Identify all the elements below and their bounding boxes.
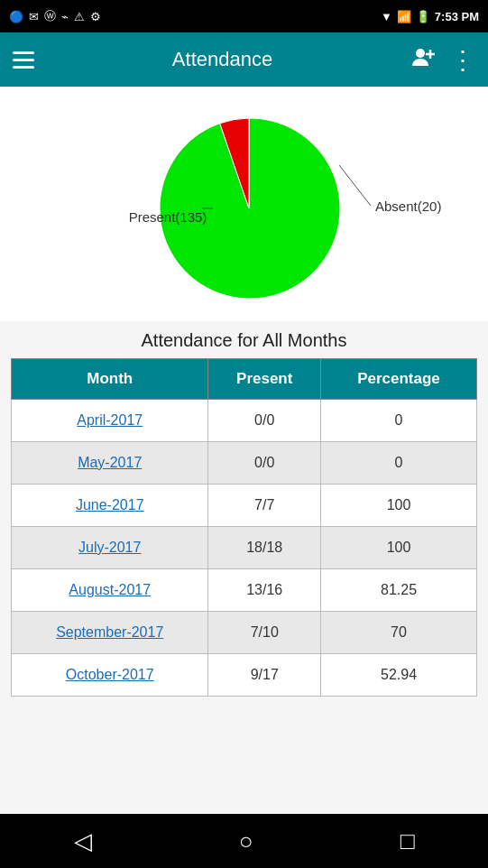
present-cell: 0/0: [208, 400, 321, 442]
month-cell[interactable]: April-2017: [12, 400, 208, 442]
month-link[interactable]: August-2017: [69, 582, 151, 597]
attendance-table-wrapper: Month Present Percentage April-20170/00M…: [0, 358, 488, 814]
icon-w: ⓦ: [44, 8, 56, 24]
svg-point-0: [416, 49, 425, 58]
month-cell[interactable]: May-2017: [12, 442, 208, 485]
table-row: August-201713/1681.25: [12, 569, 477, 612]
section-title: Attendance for All Months: [0, 321, 488, 358]
wifi-icon: ▼: [381, 10, 392, 23]
app-bar: Attendance ⋮: [0, 32, 488, 87]
month-link[interactable]: June-2017: [76, 497, 144, 512]
percentage-cell: 0: [321, 400, 477, 442]
status-right: ▼ 📶 🔋 7:53 PM: [381, 10, 479, 23]
back-button[interactable]: ◁: [74, 827, 92, 855]
icon-warning: ⚠: [74, 10, 85, 23]
present-cell: 7/10: [208, 612, 321, 654]
add-person-button[interactable]: [410, 44, 436, 75]
present-cell: 7/7: [208, 485, 321, 527]
month-cell[interactable]: October-2017: [12, 654, 208, 697]
pie-chart: Present(135) Absent(20): [73, 105, 416, 303]
table-row: June-20177/7100: [12, 485, 477, 527]
month-cell[interactable]: September-2017: [12, 612, 208, 654]
col-header-month: Month: [12, 359, 208, 400]
table-row: September-20177/1070: [12, 612, 477, 654]
signal-icon: 📶: [397, 10, 411, 23]
present-cell: 0/0: [208, 442, 321, 485]
icon-circle: 🔵: [9, 10, 23, 23]
absent-label: Absent(20): [375, 199, 441, 214]
home-button[interactable]: ○: [239, 827, 253, 855]
percentage-cell: 100: [321, 485, 477, 527]
month-cell[interactable]: August-2017: [12, 569, 208, 612]
icon-gmail: ✉: [29, 10, 39, 23]
month-link[interactable]: July-2017: [78, 540, 141, 555]
chart-area: Present(135) Absent(20): [0, 87, 488, 321]
percentage-cell: 70: [321, 612, 477, 654]
battery-icon: 🔋: [416, 10, 430, 23]
nav-bar: ◁ ○ □: [0, 814, 488, 868]
col-header-present: Present: [208, 359, 321, 400]
table-row: July-201718/18100: [12, 527, 477, 569]
status-icons-left: 🔵 ✉ ⓦ ⌁ ⚠ ⚙: [9, 8, 101, 24]
table-header-row: Month Present Percentage: [12, 359, 477, 400]
present-cell: 9/17: [208, 654, 321, 697]
present-cell: 13/16: [208, 569, 321, 612]
month-link[interactable]: September-2017: [56, 624, 163, 640]
table-row: May-20170/00: [12, 442, 477, 485]
percentage-cell: 81.25: [321, 569, 477, 612]
recent-button[interactable]: □: [401, 827, 415, 855]
month-cell[interactable]: June-2017: [12, 485, 208, 527]
percentage-cell: 100: [321, 527, 477, 569]
icon-usb: ⌁: [61, 10, 69, 23]
table-row: October-20179/1752.94: [12, 654, 477, 697]
present-label: Present(135): [128, 209, 207, 225]
percentage-cell: 52.94: [321, 654, 477, 697]
month-link[interactable]: April-2017: [77, 412, 143, 428]
svg-line-4: [339, 165, 371, 206]
hamburger-menu[interactable]: [13, 51, 34, 69]
app-title: Attendance: [49, 48, 396, 71]
col-header-percentage: Percentage: [321, 359, 477, 400]
more-options-button[interactable]: ⋮: [450, 45, 475, 75]
month-link[interactable]: May-2017: [78, 455, 142, 470]
month-cell[interactable]: July-2017: [12, 527, 208, 569]
time-display: 7:53 PM: [435, 10, 479, 23]
attendance-table: Month Present Percentage April-20170/00M…: [11, 358, 477, 697]
present-cell: 18/18: [208, 527, 321, 569]
percentage-cell: 0: [321, 442, 477, 485]
status-bar: 🔵 ✉ ⓦ ⌁ ⚠ ⚙ ▼ 📶 🔋 7:53 PM: [0, 0, 488, 32]
month-link[interactable]: October-2017: [66, 667, 154, 682]
table-row: April-20170/00: [12, 400, 477, 442]
icon-misc: ⚙: [90, 10, 101, 23]
